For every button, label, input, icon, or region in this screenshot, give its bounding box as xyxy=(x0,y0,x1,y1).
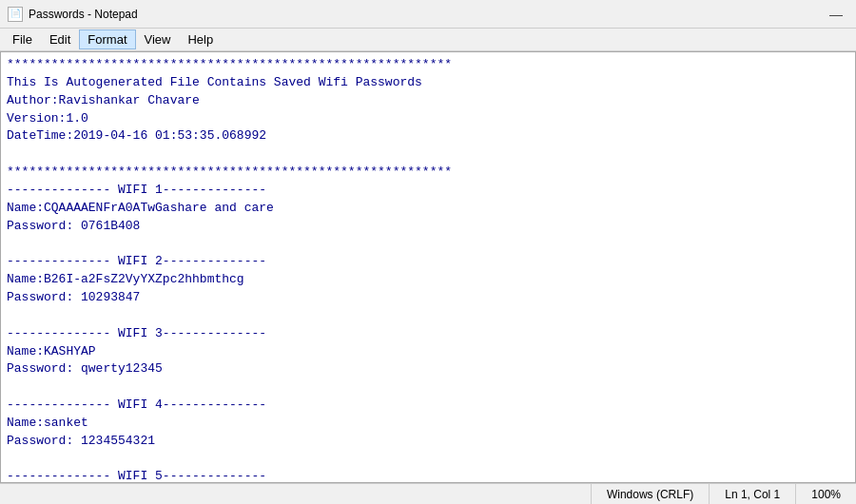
line-ending-section: Windows (CRLF) xyxy=(591,484,709,504)
cursor-position: Ln 1, Col 1 xyxy=(725,488,780,501)
title-bar: 📄 Passwords - Notepad — xyxy=(0,0,856,29)
title-controls: — xyxy=(824,5,848,24)
minimize-button[interactable]: — xyxy=(824,5,848,24)
window-title: Passwords - Notepad xyxy=(29,8,138,21)
title-left: 📄 Passwords - Notepad xyxy=(8,7,138,22)
text-editor[interactable] xyxy=(1,52,855,482)
zoom-level: 100% xyxy=(811,488,841,501)
menu-format[interactable]: Format xyxy=(79,29,135,49)
menu-help[interactable]: Help xyxy=(179,29,222,49)
menu-file[interactable]: File xyxy=(4,29,41,49)
menu-view[interactable]: View xyxy=(136,29,180,49)
status-bar: Windows (CRLF) Ln 1, Col 1 100% xyxy=(0,483,856,504)
line-ending: Windows (CRLF) xyxy=(607,488,693,501)
zoom-section: 100% xyxy=(795,484,856,504)
app-icon: 📄 xyxy=(8,7,23,22)
menu-edit[interactable]: Edit xyxy=(41,29,79,49)
menu-bar: File Edit Format View Help xyxy=(0,29,856,51)
editor-area xyxy=(0,51,856,483)
notepad-icon-glyph: 📄 xyxy=(10,9,21,19)
cursor-position-section: Ln 1, Col 1 xyxy=(709,484,795,504)
